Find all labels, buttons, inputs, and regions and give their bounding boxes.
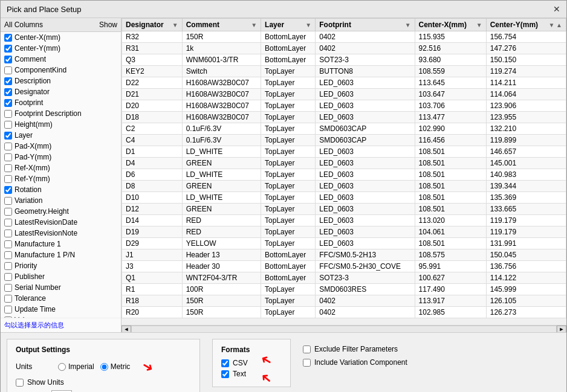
table-row[interactable]: D6LD_WHITETopLayerLED_0603108.501140.983 (122, 169, 566, 181)
table-column-header[interactable]: Comment▼ (182, 19, 261, 31)
table-row[interactable]: D22H1608AW32B0C07TopLayerLED_0603113.645… (122, 77, 566, 89)
table-row[interactable]: J1Header 13BottomLayerFFC/SM0.5-2H13108.… (122, 249, 566, 261)
table-column-header[interactable]: Center-X(mm)▼ (415, 19, 486, 31)
column-checkbox[interactable] (4, 197, 12, 205)
column-checkbox[interactable] (4, 56, 12, 63)
show-units-checkbox[interactable] (16, 379, 24, 387)
column-checkbox[interactable] (4, 153, 12, 161)
table-column-header[interactable]: Center-Y(mm)▼ ▲ (486, 19, 566, 31)
table-row[interactable]: D1LD_WHITETopLayerLED_0603108.501146.657 (122, 146, 566, 158)
metric-radio-label[interactable]: Metric (100, 362, 131, 371)
column-checkbox[interactable] (4, 240, 12, 248)
table-row[interactable]: D20H1608AW32B0C07TopLayerLED_0603103.706… (122, 100, 566, 112)
table-cell: 140.983 (486, 169, 566, 181)
column-checkbox[interactable] (4, 186, 12, 194)
imperial-radio-label[interactable]: Imperial (58, 362, 94, 371)
table-row[interactable]: C40.1uF/6.3VTopLayerSMD0603CAP116.456119… (122, 135, 566, 146)
bottom-section: Output Settings Units Imperial Metric ➜ (1, 332, 566, 392)
column-checkbox[interactable] (4, 306, 12, 313)
table-column-header[interactable]: Footprint▼ (316, 19, 415, 31)
table-column-header[interactable]: Designator▼ (122, 19, 183, 31)
table-cell: 156.754 (486, 31, 566, 43)
table-row[interactable]: D21H1608AW32B0C07TopLayerLED_0603103.647… (122, 89, 566, 100)
column-header-label: Comment (186, 21, 219, 29)
column-checkbox[interactable] (4, 77, 12, 85)
column-checkbox[interactable] (4, 66, 12, 74)
column-checkbox[interactable] (4, 45, 12, 53)
column-checkbox[interactable] (4, 143, 12, 150)
column-checkbox[interactable] (4, 34, 12, 42)
table-row[interactable]: R32150RBottomLayer0402115.935156.754 (122, 31, 566, 43)
table-row[interactable]: R20150RTopLayer0402102.985126.273 (122, 307, 566, 318)
table-row[interactable]: D12GREENTopLayerLED_0603108.501133.665 (122, 204, 566, 215)
table-row[interactable]: J3Header 30BottomLayerFFC/SM0.5-2H30_COV… (122, 261, 566, 272)
table-row[interactable]: R18150RTopLayer0402113.917126.105 (122, 295, 566, 307)
table-wrapper[interactable]: Designator▼Comment▼Layer▼Footprint▼Cente… (122, 18, 566, 325)
column-list-item: Manufacture 1 (1, 239, 121, 249)
column-checkbox[interactable] (4, 219, 12, 227)
sort-arrow-icon[interactable]: ▼ (476, 22, 482, 28)
table-row[interactable]: R1100RTopLayerSMD0603RES117.490145.999 (122, 284, 566, 295)
table-cell: 0.1uF/6.3V (182, 123, 261, 135)
table-cell: 104.061 (415, 227, 486, 238)
include-variation-checkbox[interactable] (303, 359, 311, 367)
column-checkbox[interactable] (4, 99, 12, 107)
column-checkbox[interactable] (4, 208, 12, 216)
horizontal-scrollbar[interactable]: ◄ ► (122, 325, 566, 332)
column-checkbox[interactable] (4, 121, 12, 129)
table-row[interactable]: D4GREENTopLayerLED_0603108.501145.001 (122, 158, 566, 169)
close-button[interactable]: ✕ (553, 4, 560, 14)
table-column-header[interactable]: Layer▼ (261, 19, 316, 31)
metric-radio[interactable] (100, 363, 108, 371)
table-cell: TopLayer (261, 284, 316, 295)
column-checkbox[interactable] (4, 132, 12, 140)
table-row[interactable]: D14REDTopLayerLED_0603113.020119.179 (122, 215, 566, 227)
column-checkbox[interactable] (4, 273, 12, 281)
sort-arrow-icon[interactable]: ▼ (305, 22, 311, 28)
table-cell: R18 (122, 295, 183, 307)
table-row[interactable]: C20.1uF/6.3VTopLayerSMD0603CAP102.990132… (122, 123, 566, 135)
sort-arrow-icon[interactable]: ▼ (172, 22, 178, 28)
table-row[interactable]: R311kBottomLayer040292.516147.276 (122, 43, 566, 54)
csv-checkbox[interactable] (221, 359, 229, 367)
table-row[interactable]: D19REDTopLayerLED_0603104.061119.179 (122, 227, 566, 238)
column-name: Description (15, 77, 51, 85)
table-row[interactable]: Q3WNM6001-3/TRBottomLayerSOT23-393.68015… (122, 54, 566, 66)
text-checkbox[interactable] (221, 370, 229, 378)
table-row[interactable]: D29YELLOWTopLayerLED_0603108.501131.991 (122, 238, 566, 249)
table-row[interactable]: KEY2SwitchTopLayerBUTTON8108.559119.274 (122, 66, 566, 77)
column-list-item: Center-Y(mm) (1, 43, 121, 54)
column-checkbox[interactable] (4, 295, 12, 303)
tooltip-text: 勾以选择显示的信息 (1, 318, 121, 332)
sort-arrow-icon[interactable]: ▼ (405, 22, 411, 28)
sort-arrow-icon[interactable]: ▼ (251, 22, 257, 28)
scroll-track[interactable] (131, 326, 557, 333)
column-checkbox[interactable] (4, 175, 12, 183)
csv-label: CSV (233, 359, 248, 367)
table-row[interactable]: D8GREENTopLayerLED_0603108.501139.344 (122, 181, 566, 192)
table-cell: 132.210 (486, 123, 566, 135)
table-row[interactable]: Q1WNT2F04-3/TRBottomLayerSOT23-3100.6271… (122, 272, 566, 284)
table-row[interactable]: D18H1608AW32B0C07TopLayerLED_0603113.477… (122, 112, 566, 123)
column-checkbox[interactable] (4, 230, 12, 237)
table-cell: FFC/SM0.5-2H13 (316, 249, 415, 261)
column-checkbox[interactable] (4, 262, 12, 270)
main-content: All Columns Show Center-X(mm)Center-Y(mm… (1, 18, 566, 332)
table-cell: 139.344 (486, 181, 566, 192)
column-list-item: Tolerance (1, 293, 121, 304)
column-checkbox[interactable] (4, 88, 12, 96)
scroll-left-button[interactable]: ◄ (122, 326, 131, 333)
table-row[interactable]: D10LD_WHITETopLayerLED_0603108.501135.36… (122, 192, 566, 204)
scroll-right-button[interactable]: ► (557, 326, 566, 333)
column-checkbox[interactable] (4, 164, 12, 172)
exclude-filter-checkbox[interactable] (303, 345, 311, 353)
sort-arrow-icon[interactable]: ▼ ▲ (548, 22, 562, 28)
column-checkbox[interactable] (4, 110, 12, 118)
column-checkbox[interactable] (4, 284, 12, 292)
table-cell: 100.627 (415, 272, 486, 284)
table-cell: 136.756 (486, 261, 566, 272)
column-checkbox[interactable] (4, 251, 12, 259)
table-cell: 102.985 (415, 307, 486, 318)
table-cell: 100R (182, 284, 261, 295)
imperial-radio[interactable] (58, 363, 66, 371)
